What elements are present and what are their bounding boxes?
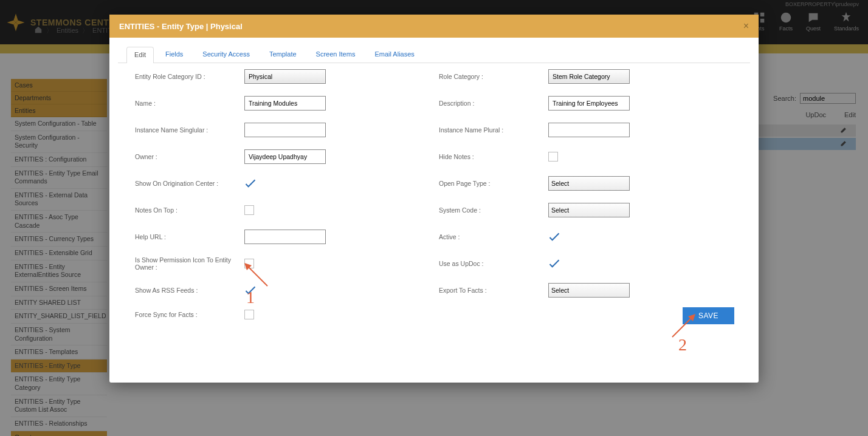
text-input[interactable] <box>244 149 326 164</box>
modal-header: ENTITIES - Entity Type | Physical × <box>109 15 759 38</box>
form-label: Role Category : <box>439 73 548 80</box>
close-icon[interactable]: × <box>743 21 749 32</box>
form-label: Instance Name Plural : <box>439 126 548 134</box>
form-label: Name : <box>135 100 244 107</box>
text-input[interactable] <box>548 69 630 84</box>
form-label: Export To Facts : <box>439 287 548 294</box>
form-label: Is Show Permission Icon To Entity Owner … <box>135 256 244 271</box>
tab-screen-items[interactable]: Screen Items <box>308 46 363 63</box>
checkbox[interactable] <box>548 259 558 268</box>
annotation-arrow-1 <box>242 261 272 291</box>
tab-email-aliases[interactable]: Email Aliases <box>367 46 422 63</box>
modal-tabs: EditFieldsSecurity AccessTemplateScreen … <box>118 43 750 63</box>
modal-title: ENTITIES - Entity Type | Physical <box>119 22 243 31</box>
form-grid: Entity Role Category ID :Role Category :… <box>135 69 740 319</box>
form-label: Open Page Type : <box>439 180 548 187</box>
form-label: Owner : <box>135 153 244 160</box>
text-input[interactable] <box>548 96 630 111</box>
select-input[interactable] <box>548 176 630 191</box>
text-input[interactable] <box>244 69 326 84</box>
form-label: Entity Role Category ID : <box>135 73 244 80</box>
text-input[interactable] <box>548 123 630 137</box>
form-label: Description : <box>439 100 548 107</box>
form-label: Use as UpDoc : <box>439 260 548 267</box>
tab-edit[interactable]: Edit <box>126 47 154 63</box>
svg-line-7 <box>672 316 693 337</box>
checkbox[interactable] <box>548 152 558 162</box>
annotation-number-1: 1 <box>246 288 255 307</box>
tab-fields[interactable]: Fields <box>157 46 191 63</box>
form-label: Active : <box>439 233 548 240</box>
checkbox[interactable] <box>548 232 558 242</box>
text-input[interactable] <box>244 96 326 111</box>
form-label: Show As RSS Feeds : <box>135 287 244 294</box>
select-input[interactable] <box>548 283 630 298</box>
select-input[interactable] <box>548 203 630 217</box>
form-label: Help URL : <box>135 233 244 240</box>
annotation-number-2: 2 <box>678 335 687 355</box>
svg-line-5 <box>247 265 267 286</box>
tab-security-access[interactable]: Security Access <box>195 46 258 63</box>
tab-template[interactable]: Template <box>261 46 305 63</box>
form-label: Hide Notes : <box>439 153 548 160</box>
checkbox[interactable] <box>244 310 254 319</box>
form-label: Force Sync for Facts : <box>135 311 244 318</box>
entity-type-modal: ENTITIES - Entity Type | Physical × Edit… <box>109 15 759 383</box>
form-label: Show On Origination Center : <box>135 180 244 187</box>
checkbox[interactable] <box>244 205 254 215</box>
text-input[interactable] <box>244 123 326 137</box>
form-label: Instance Name Singlular : <box>135 126 244 134</box>
checkbox[interactable] <box>244 179 254 188</box>
text-input[interactable] <box>244 230 326 244</box>
modal-body: Entity Role Category ID :Role Category :… <box>109 63 759 383</box>
form-label: System Code : <box>439 206 548 214</box>
form-label: Notes On Top : <box>135 206 244 214</box>
